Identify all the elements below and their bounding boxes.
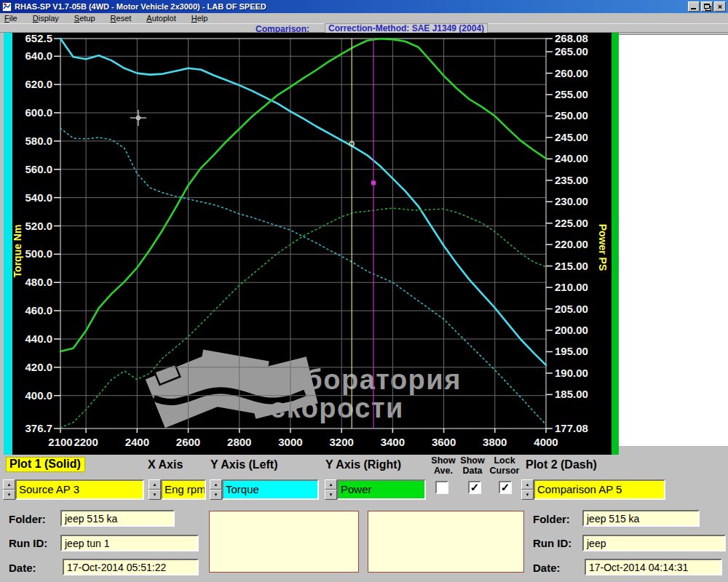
series-plot2-torque bbox=[60, 128, 546, 424]
left-tick-label: 440.0 bbox=[25, 332, 52, 345]
spin-up-icon: ▲ bbox=[3, 479, 15, 490]
window-title: RHAS-SP V1.7-05B (4WD - Motor Vehicle 2x… bbox=[15, 2, 687, 11]
right-tick-label: 235.00 bbox=[555, 174, 588, 186]
spin-down-icon: ▼ bbox=[521, 490, 534, 500]
left-tick-label: 400.0 bbox=[25, 389, 52, 402]
right-tick-label: 255.00 bbox=[555, 88, 588, 100]
x-tick-label: 2400 bbox=[125, 436, 149, 448]
menu-bar: File Display Setup Reset Autoplot Help bbox=[0, 13, 728, 23]
left-tick-label: 652.5 bbox=[25, 33, 52, 44]
left-tick-label: 580.0 bbox=[25, 135, 52, 147]
menu-reset[interactable]: Reset bbox=[106, 14, 136, 23]
left-tick-label: 460.0 bbox=[25, 304, 52, 316]
restore-button[interactable] bbox=[701, 1, 713, 12]
lock-cursor-label: LockCursor bbox=[483, 455, 526, 476]
left-tick-label: 480.0 bbox=[25, 276, 52, 288]
x-tick-label: 4000 bbox=[534, 436, 558, 448]
control-panel: Plot 1 (Solid) X Axis Y Axis (Left) Y Ax… bbox=[0, 455, 728, 582]
right-tick-label: 215.00 bbox=[555, 260, 588, 272]
show-ave-label: ShowAve. bbox=[427, 455, 460, 476]
x-tick-label: 3400 bbox=[381, 436, 405, 448]
right-tick-label: 195.00 bbox=[555, 345, 588, 357]
left-tick-label: 640.0 bbox=[25, 49, 52, 62]
x-axis-label: X Axis bbox=[148, 458, 183, 471]
series-plot1-power bbox=[60, 39, 546, 351]
spin-up-icon: ▲ bbox=[149, 479, 161, 490]
date-label-2: Date: bbox=[533, 562, 561, 574]
spin-up-icon: ▲ bbox=[325, 479, 337, 490]
right-tick-label: 177.08 bbox=[555, 422, 588, 434]
menu-file[interactable]: File bbox=[0, 14, 22, 23]
header-strip: Comparison: Correction-Method: SAE J1349… bbox=[0, 23, 728, 33]
run-id-field-1[interactable]: jeep tun 1 bbox=[60, 535, 199, 551]
spin-down-icon: ▼ bbox=[3, 490, 15, 500]
folder-field-2[interactable]: jeep 515 ka bbox=[582, 510, 700, 527]
minimize-icon bbox=[691, 8, 696, 9]
y-left-select[interactable]: Torque bbox=[222, 479, 319, 500]
x-tick-label: 2800 bbox=[227, 436, 251, 448]
menu-setup[interactable]: Setup bbox=[70, 14, 100, 23]
menu-autoplot[interactable]: Autoplot bbox=[142, 14, 180, 23]
right-tick-label: 225.00 bbox=[555, 217, 588, 229]
show-data-checkbox[interactable]: ✓ bbox=[468, 481, 481, 494]
y-left-spinner[interactable]: ▲▼ bbox=[210, 479, 222, 500]
app-window: RHAS-SP V1.7-05B (4WD - Motor Vehicle 2x… bbox=[0, 0, 728, 582]
right-tick-label: 268.08 bbox=[555, 33, 588, 44]
app-icon bbox=[2, 2, 12, 12]
spin-up-icon: ▲ bbox=[521, 479, 534, 490]
left-axis-color-bar bbox=[4, 33, 12, 455]
right-tick-label: 205.00 bbox=[555, 303, 588, 315]
right-tick-label: 210.00 bbox=[555, 281, 588, 293]
left-tick-label: 500.0 bbox=[25, 247, 52, 260]
plot2-source-spinner[interactable]: ▲▼ bbox=[521, 479, 534, 500]
left-tick-label: 376.7 bbox=[25, 422, 52, 434]
plot1-source-spinner[interactable]: ▲▼ bbox=[3, 479, 15, 500]
date-field-2[interactable]: 17-Oct-2014 04:14:31 bbox=[585, 559, 722, 575]
run-id-label-2: Run ID: bbox=[533, 537, 571, 549]
menu-help[interactable]: Help bbox=[187, 14, 213, 23]
comment-box-2[interactable] bbox=[368, 511, 524, 573]
series-plot2-power bbox=[60, 208, 546, 428]
spin-down-icon: ▼ bbox=[325, 490, 337, 500]
menu-display[interactable]: Display bbox=[28, 14, 63, 23]
plot-frame bbox=[60, 39, 546, 428]
comment-box-1[interactable] bbox=[209, 511, 359, 573]
right-tick-label: 260.00 bbox=[555, 67, 588, 79]
close-button[interactable]: × bbox=[714, 1, 726, 12]
folder-label-2: Folder: bbox=[533, 513, 570, 525]
spin-down-icon: ▼ bbox=[210, 490, 222, 500]
x-tick-label: 3000 bbox=[278, 436, 302, 448]
right-tick-label: 240.00 bbox=[555, 152, 588, 164]
right-tick-label: 200.00 bbox=[555, 324, 588, 336]
plot-area: лаборатория скорости 376.7400.0420.0440.… bbox=[12, 33, 612, 455]
folder-field-1[interactable]: jeep 515 ka bbox=[60, 510, 175, 527]
title-bar[interactable]: RHAS-SP V1.7-05B (4WD - Motor Vehicle 2x… bbox=[0, 0, 728, 13]
spin-down-icon: ▼ bbox=[149, 490, 161, 500]
y-right-spinner[interactable]: ▲▼ bbox=[325, 479, 337, 500]
lock-cursor-checkbox[interactable]: ✓ bbox=[499, 481, 512, 494]
plot1-label: Plot 1 (Solid) bbox=[6, 457, 85, 472]
right-tick-label: 190.00 bbox=[555, 367, 588, 379]
minimize-button[interactable] bbox=[688, 1, 700, 12]
right-tick-label: 265.00 bbox=[555, 45, 588, 57]
x-tick-label: 2600 bbox=[176, 436, 200, 448]
plot2-label: Plot 2 (Dash) bbox=[526, 458, 597, 471]
x-axis-spinner[interactable]: ▲▼ bbox=[149, 479, 161, 500]
x-tick-label: 3800 bbox=[483, 436, 507, 448]
show-ave-checkbox[interactable] bbox=[435, 481, 448, 494]
left-tick-label: 600.0 bbox=[25, 106, 52, 119]
x-axis-select[interactable]: Eng rpm bbox=[161, 479, 206, 500]
run-id-label-1: Run ID: bbox=[9, 537, 47, 549]
run-id-field-2[interactable]: jeep bbox=[582, 535, 726, 551]
dyno-chart[interactable]: 376.7400.0420.0440.0460.0480.0500.0520.0… bbox=[12, 33, 612, 455]
left-tick-label: 540.0 bbox=[25, 191, 52, 204]
plot2-source-select[interactable]: Comparison AP 5 bbox=[534, 479, 665, 500]
left-tick-label: 420.0 bbox=[25, 361, 52, 373]
left-tick-label: 520.0 bbox=[25, 220, 52, 232]
date-field-1[interactable]: 17-Oct-2014 05:51:22 bbox=[63, 559, 199, 575]
right-tick-label: 250.00 bbox=[555, 109, 588, 121]
x-tick-label: 2100 bbox=[48, 436, 72, 448]
plot1-source-select[interactable]: Source AP 3 bbox=[15, 479, 144, 500]
left-tick-label: 560.0 bbox=[25, 163, 52, 175]
y-right-select[interactable]: Power bbox=[337, 479, 426, 500]
